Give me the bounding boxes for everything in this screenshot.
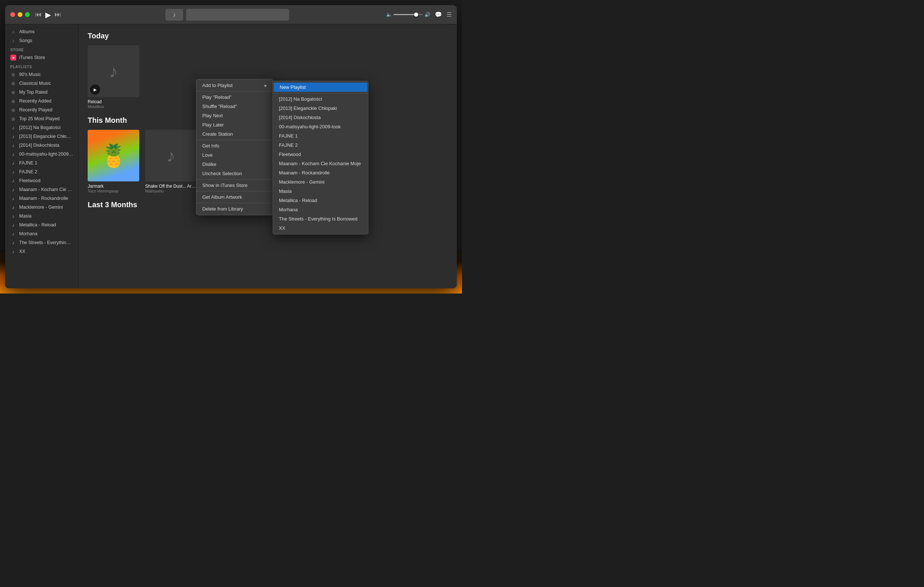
volume-control[interactable]: 🔈 🔊 <box>386 12 430 17</box>
sidebar-label-recently-added: Recently Added <box>19 98 73 104</box>
context-menu-show-itunes[interactable]: Show in iTunes Store <box>196 181 273 190</box>
sidebar-item-fajne2[interactable]: ♪ FAJNE 2 <box>5 167 79 176</box>
music-note-icon: ♪ <box>173 12 176 18</box>
close-button[interactable] <box>10 12 15 17</box>
apple-button[interactable] <box>186 9 289 21</box>
context-menu-dislike[interactable]: Dislike <box>196 160 273 169</box>
submenu-item-xx[interactable]: XX <box>273 223 368 233</box>
context-menu-overlay[interactable]: Add to Playlist New Playlist [2012] Na B… <box>79 24 457 288</box>
sidebar-label-macklemore: Macklemore - Gemini <box>19 205 73 210</box>
90s-icon: ◎ <box>10 71 16 78</box>
submenu-item-metallica[interactable]: Metallica - Reload <box>273 196 368 205</box>
submenu-item-macklemore[interactable]: Macklemore - Gemini <box>273 177 368 187</box>
sidebar-item-2014[interactable]: ♪ [2014] Diskochłosta <box>5 141 79 150</box>
sidebar: ♪ Albums ♪ Songs Store ★ iTunes Store Pl… <box>5 24 79 288</box>
app-window: ⏮ ▶ ⏭ ♪ 🔈 🔊 💬 ☰ <box>5 5 457 288</box>
minimize-button[interactable] <box>18 12 23 17</box>
cm-separator-3 <box>196 179 273 180</box>
recently-played-icon: ◎ <box>10 107 16 113</box>
sidebar-label-fajne1: FAJNE 1 <box>19 160 73 165</box>
context-menu-add-to-playlist[interactable]: Add to Playlist New Playlist [2012] Na B… <box>196 81 273 90</box>
sidebar-item-2012[interactable]: ♪ [2012] Na Bogatości <box>5 123 79 132</box>
sidebar-item-maanam-rock[interactable]: ♪ Maanam - Rockandrolle <box>5 194 79 203</box>
submenu-item-maanam-rock[interactable]: Maanam - Rockandrolle <box>273 168 368 177</box>
submenu-item-fajne2[interactable]: FAJNE 2 <box>273 141 368 150</box>
submenu-item-2013[interactable]: [2013] Eleganckie Chłopaki <box>273 104 368 113</box>
submenu-item-masia[interactable]: Masia <box>273 187 368 196</box>
volume-thumb[interactable] <box>414 13 418 17</box>
sidebar-label-2012: [2012] Na Bogatości <box>19 125 73 130</box>
sidebar-label-masia: Masia <box>19 213 73 219</box>
volume-high-icon: 🔊 <box>424 12 430 17</box>
cm-separator-2 <box>196 140 273 140</box>
context-menu-play-later[interactable]: Play Later <box>196 120 273 129</box>
sidebar-label-maanam-kocham: Maanam - Kocham Cie Koc... <box>19 187 73 192</box>
sidebar-label-songs: Songs <box>19 38 73 43</box>
sidebar-item-top25[interactable]: ◎ Top 25 Most Played <box>5 114 79 123</box>
context-menu-play-reload[interactable]: Play "Reload" <box>196 93 273 102</box>
context-menu-shuffle-reload[interactable]: Shuffle "Reload" <box>196 102 273 111</box>
sidebar-item-albums[interactable]: ♪ Albums <box>5 27 79 36</box>
fleetwood-icon: ♪ <box>10 178 16 184</box>
sidebar-item-classical[interactable]: ◎ Classical Music <box>5 79 79 88</box>
rewind-button[interactable]: ⏮ <box>35 11 41 18</box>
sidebar-item-fajne1[interactable]: ♪ FAJNE 1 <box>5 159 79 167</box>
sidebar-item-2013[interactable]: ♪ [2013] Eleganckie Chłopaki <box>5 132 79 141</box>
sidebar-item-songs[interactable]: ♪ Songs <box>5 36 79 45</box>
context-menu-uncheck-selection[interactable]: Uncheck Selection <box>196 169 273 178</box>
sidebar-item-metallica[interactable]: ♪ Metallica - Reload <box>5 220 79 229</box>
sidebar-item-masia[interactable]: ♪ Masia <box>5 212 79 220</box>
music-icon-button[interactable]: ♪ <box>165 9 183 21</box>
context-menu-get-info[interactable]: Get Info <box>196 141 273 150</box>
morhana-icon: ♪ <box>10 231 16 237</box>
sidebar-item-recently-played[interactable]: ◎ Recently Played <box>5 106 79 114</box>
top25-icon: ◎ <box>10 116 16 122</box>
submenu-item-maanam-kocham[interactable]: Maanam - Kocham Cie Kochanie Moje <box>273 159 368 168</box>
context-menu-create-station[interactable]: Create Station <box>196 129 273 139</box>
sidebar-item-my-top-rated[interactable]: ◎ My Top Rated <box>5 88 79 97</box>
maanam-rock-icon: ♪ <box>10 195 16 201</box>
context-menu-get-album-artwork[interactable]: Get Album Artwork <box>196 192 273 202</box>
submenu-item-2014[interactable]: [2014] Diskochłosta <box>273 113 368 122</box>
sidebar-item-fleetwood[interactable]: ♪ Fleetwood <box>5 176 79 185</box>
titlebar-right: 🔈 🔊 💬 ☰ <box>386 11 452 18</box>
volume-bar[interactable] <box>393 14 423 15</box>
sidebar-item-macklemore[interactable]: ♪ Macklemore - Gemini <box>5 203 79 212</box>
sidebar-item-streets[interactable]: ♪ The Streets - Everything Is... <box>5 238 79 247</box>
playlists-section-label: Playlists <box>5 62 79 70</box>
sidebar-item-90s[interactable]: ◎ 90's Music <box>5 70 79 79</box>
sidebar-item-morhana[interactable]: ♪ Morhana <box>5 229 79 238</box>
fajne1-icon: ♪ <box>10 160 16 166</box>
submenu-item-new-playlist[interactable]: New Playlist <box>274 83 367 92</box>
volume-fill <box>393 14 415 15</box>
sidebar-item-recently-added[interactable]: ◎ Recently Added <box>5 97 79 106</box>
2013-icon: ♪ <box>10 134 16 139</box>
maanam-kocham-icon: ♪ <box>10 187 16 192</box>
sidebar-label-fajne2: FAJNE 2 <box>19 169 73 174</box>
maximize-button[interactable] <box>25 12 30 17</box>
submenu-item-fajne1[interactable]: FAJNE 1 <box>273 131 368 141</box>
play-button[interactable]: ▶ <box>45 10 51 19</box>
submenu-item-morhana[interactable]: Morhana <box>273 205 368 214</box>
sidebar-item-itunes-store[interactable]: ★ iTunes Store <box>5 53 79 62</box>
recently-added-icon: ◎ <box>10 98 16 104</box>
submenu-separator <box>273 93 368 93</box>
sidebar-item-maanam-kocham[interactable]: ♪ Maanam - Kocham Cie Koc... <box>5 185 79 194</box>
fastforward-button[interactable]: ⏭ <box>54 11 61 18</box>
submenu-item-2012[interactable]: [2012] Na Bogatości <box>273 94 368 104</box>
submenu-item-fleetwood[interactable]: Fleetwood <box>273 150 368 159</box>
sidebar-item-00matisyahu[interactable]: ♪ 00-matisyahu-light-2009-t... <box>5 150 79 159</box>
list-icon-button[interactable]: ☰ <box>447 11 452 18</box>
submenu-item-00[interactable]: 00-matisyahu-light-2009-tosk <box>273 122 368 131</box>
sidebar-item-xx[interactable]: ♪ XX <box>5 247 79 256</box>
context-menu-play-next[interactable]: Play Next <box>196 111 273 120</box>
store-section-label: Store <box>5 45 79 53</box>
context-menu-delete-from-library[interactable]: Delete from Library <box>196 204 273 213</box>
chat-icon-button[interactable]: 💬 <box>435 11 442 18</box>
sidebar-label-00matisyahu: 00-matisyahu-light-2009-t... <box>19 152 73 157</box>
albums-icon: ♪ <box>10 29 16 35</box>
context-menu-love[interactable]: Love <box>196 150 273 160</box>
classical-icon: ◎ <box>10 80 16 86</box>
submenu-item-streets[interactable]: The Streets - Everything Is Borrowed <box>273 214 368 223</box>
sidebar-label-top25: Top 25 Most Played <box>19 116 73 121</box>
